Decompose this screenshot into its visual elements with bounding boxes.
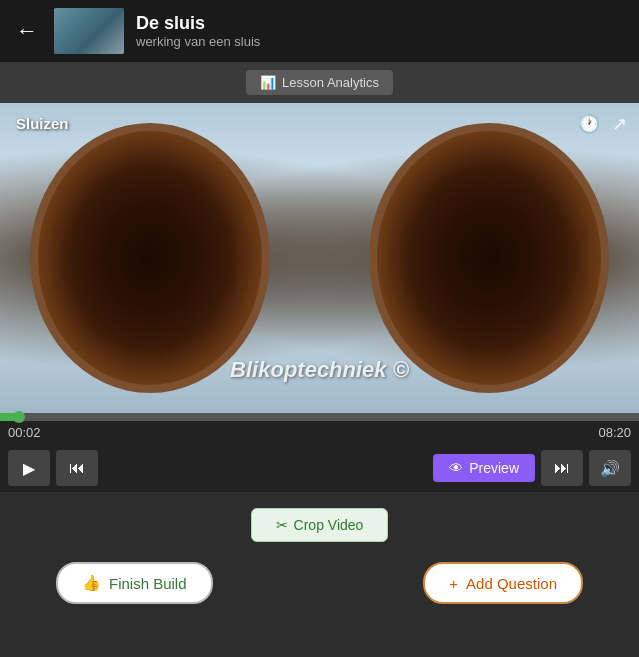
- share-icon[interactable]: ↗: [612, 113, 627, 135]
- lesson-title: De sluis: [136, 13, 260, 34]
- lesson-subtitle: werking van een sluis: [136, 34, 260, 49]
- action-area: ✂ Crop Video 👍 Finish Build + Add Questi…: [0, 492, 639, 620]
- video-player[interactable]: Sluizen 🕐 ↗ Blikoptechniek ©: [0, 103, 639, 413]
- video-top-controls: 🕐 ↗: [578, 113, 627, 135]
- video-label: Sluizen: [16, 115, 69, 132]
- skip-back-button[interactable]: ⏮: [56, 450, 98, 486]
- skip-forward-button[interactable]: ⏭: [541, 450, 583, 486]
- controls-bar: ▶ ⏮ 👁 Preview ⏭ 🔊: [0, 444, 639, 492]
- progress-bar[interactable]: [0, 413, 639, 421]
- play-button[interactable]: ▶: [8, 450, 50, 486]
- video-watermark: Blikoptechniek ©: [230, 357, 409, 383]
- add-question-label: Add Question: [466, 575, 557, 592]
- clock-icon[interactable]: 🕐: [578, 113, 600, 135]
- current-time: 00:02: [8, 425, 41, 440]
- preview-icon: 👁: [449, 460, 463, 476]
- analytics-icon: 📊: [260, 75, 276, 90]
- analytics-label: Lesson Analytics: [282, 75, 379, 90]
- header-title-group: De sluis werking van een sluis: [136, 13, 260, 49]
- app-header: ← De sluis werking van een sluis: [0, 0, 639, 62]
- add-question-icon: +: [449, 575, 458, 592]
- crop-video-button[interactable]: ✂ Crop Video: [251, 508, 389, 542]
- finish-build-button[interactable]: 👍 Finish Build: [56, 562, 213, 604]
- finish-icon: 👍: [82, 574, 101, 592]
- tunnel-left: [30, 123, 270, 393]
- crop-label: Crop Video: [294, 517, 364, 533]
- total-time: 08:20: [598, 425, 631, 440]
- right-controls: ⏭ 🔊: [541, 450, 631, 486]
- time-display: 00:02 08:20: [0, 421, 639, 444]
- preview-label: Preview: [469, 460, 519, 476]
- progress-area: 00:02 08:20: [0, 413, 639, 444]
- preview-button[interactable]: 👁 Preview: [433, 454, 535, 482]
- thumbnail-image: [54, 8, 124, 54]
- finish-label: Finish Build: [109, 575, 187, 592]
- back-button[interactable]: ←: [12, 14, 42, 48]
- lesson-analytics-button[interactable]: 📊 Lesson Analytics: [246, 70, 393, 95]
- add-question-button[interactable]: + Add Question: [423, 562, 583, 604]
- analytics-bar: 📊 Lesson Analytics: [0, 62, 639, 103]
- tunnel-right: [369, 123, 609, 393]
- video-thumbnail: [54, 8, 124, 54]
- crop-icon: ✂: [276, 517, 288, 533]
- bottom-row: 👍 Finish Build + Add Question: [16, 562, 623, 604]
- progress-thumb[interactable]: [13, 411, 25, 423]
- volume-button[interactable]: 🔊: [589, 450, 631, 486]
